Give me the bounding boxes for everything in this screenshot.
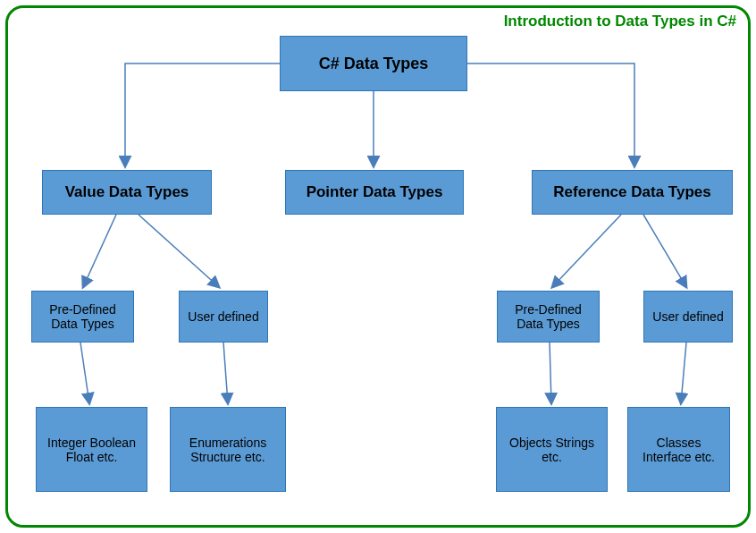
node-ref-user-leaf: Classes Interface etc. — [627, 407, 730, 492]
node-root: C# Data Types — [280, 36, 467, 91]
node-reference-types-label: Reference Data Types — [550, 180, 714, 205]
node-pointer-types: Pointer Data Types — [285, 170, 464, 215]
node-value-user: User defined — [179, 291, 268, 343]
node-ref-user: User defined — [643, 291, 733, 343]
node-ref-user-label: User defined — [649, 306, 727, 327]
node-ref-predef-label: Pre-Defined Data Types — [498, 299, 599, 334]
node-ref-predef-leaf: Objects Strings etc. — [496, 407, 608, 492]
node-value-user-leaf: Enumerations Structure etc. — [170, 407, 286, 492]
node-ref-predef: Pre-Defined Data Types — [497, 291, 600, 343]
node-ref-predef-leaf-label: Objects Strings etc. — [497, 432, 607, 468]
node-pointer-types-label: Pointer Data Types — [303, 180, 447, 205]
node-ref-user-leaf-label: Classes Interface etc. — [628, 432, 729, 468]
node-value-user-label: User defined — [184, 306, 262, 327]
node-value-predef-leaf-label: Integer Boolean Float etc. — [37, 432, 147, 468]
node-root-label: C# Data Types — [315, 51, 433, 77]
node-value-predef-leaf: Integer Boolean Float etc. — [36, 407, 147, 492]
node-value-types: Value Data Types — [42, 170, 212, 215]
diagram-title: Introduction to Data Types in C# — [504, 13, 736, 30]
node-value-types-label: Value Data Types — [62, 180, 193, 205]
node-value-user-leaf-label: Enumerations Structure etc. — [171, 432, 285, 468]
node-value-predef-label: Pre-Defined Data Types — [32, 299, 133, 334]
node-reference-types: Reference Data Types — [532, 170, 733, 215]
node-value-predef: Pre-Defined Data Types — [31, 291, 134, 343]
